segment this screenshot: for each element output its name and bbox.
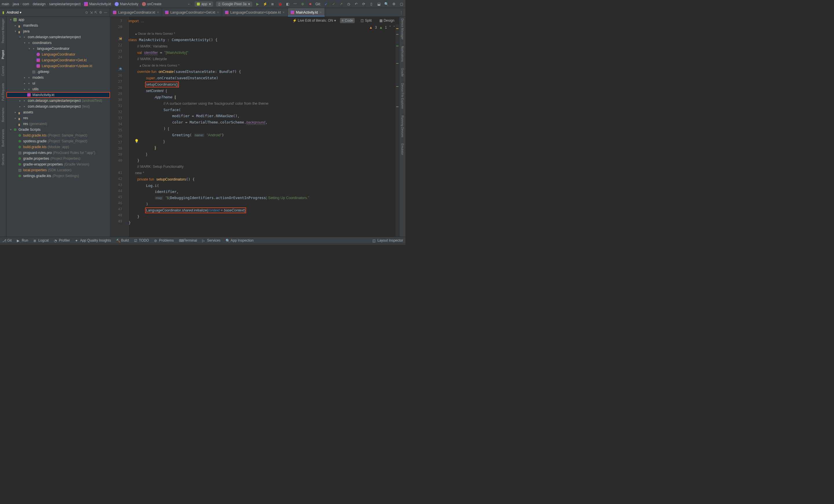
tree-node[interactable]: LanguageCoordinator — [6, 51, 110, 57]
close-tab-icon[interactable]: × — [320, 10, 322, 15]
tree-node[interactable]: ▸▖manifests — [6, 23, 110, 28]
project-mode-dropdown[interactable]: Android ▾ — [7, 10, 83, 15]
hide-icon[interactable]: — — [104, 10, 107, 15]
expand-arrow-icon[interactable]: ▸ — [13, 117, 17, 119]
git-push-icon[interactable]: ↗ — [339, 2, 344, 6]
tree-node[interactable]: ▾▪languageCoordinator — [6, 46, 110, 51]
apply-changes-icon[interactable]: ⚡ — [263, 2, 267, 6]
tree-node[interactable]: ⬢settings.gradle.kts(Project Settings) — [6, 173, 110, 179]
breadcrumb-item[interactable]: com — [23, 2, 29, 6]
tree-node[interactable]: ▸▪models — [6, 75, 110, 81]
profile-icon[interactable]: 〰 — [293, 2, 298, 6]
tree-node[interactable]: LanguageCoordinator+Update.kt — [6, 63, 110, 69]
tree-node[interactable]: ⬢gradle-wrapper.properties(Gradle Versio… — [6, 161, 110, 167]
run-icon[interactable]: ▶ — [255, 2, 260, 6]
bottom-tool-button[interactable]: ≣Logcat — [33, 238, 49, 243]
tool-window-stripe-button[interactable]: Device Manager — [401, 18, 404, 40]
breadcrumb-item[interactable]: MainActivity — [120, 2, 138, 6]
coverage-icon[interactable]: ◧ — [285, 2, 290, 6]
tree-node[interactable]: ▾▪com.delasign.samplestarterproject — [6, 34, 110, 40]
tool-window-stripe-button[interactable]: Running Devices — [401, 115, 404, 138]
tree-node[interactable]: ▸▖assets — [6, 109, 110, 115]
expand-arrow-icon[interactable]: ▸ — [18, 105, 22, 108]
bottom-tool-button[interactable]: ⎇Git — [2, 238, 12, 243]
back-icon[interactable]: ← — [187, 2, 192, 6]
tree-node[interactable]: ⬢spotless.gradle(Project: Sample_Project… — [6, 138, 110, 144]
expand-arrow-icon[interactable]: ▸ — [23, 88, 27, 91]
tool-window-stripe-button[interactable]: Device File Explorer — [401, 83, 404, 109]
line-number-gutter[interactable]: 3202122232425262728293031323334353637383… — [110, 17, 125, 237]
sdk-icon[interactable]: ⬓ — [376, 2, 381, 6]
expand-icon[interactable]: ⇲ — [90, 10, 93, 15]
editor-tab[interactable]: LanguageCoordinator+Update.kt× — [222, 8, 288, 17]
bottom-tool-button[interactable]: ⊘Problems — [154, 238, 174, 243]
tool-window-stripe-button[interactable]: Pull Requests — [1, 83, 5, 101]
tree-node[interactable]: ▸▖res — [6, 115, 110, 121]
collapse-icon[interactable]: ⇱ — [94, 10, 97, 15]
close-tab-icon[interactable]: × — [157, 10, 159, 15]
expand-arrow-icon[interactable]: ▸ — [18, 99, 22, 102]
tree-node[interactable]: ▾⬢Gradle Scripts — [6, 127, 110, 133]
tool-window-stripe-button[interactable]: Resource Manager — [1, 18, 5, 44]
next-highlight-icon[interactable]: ˅ — [393, 25, 395, 29]
attach-debugger-icon[interactable]: ⊕ — [300, 2, 305, 6]
expand-arrow-icon[interactable]: ▸ — [23, 82, 27, 85]
bottom-tool-button[interactable]: ◔Profiler — [54, 238, 70, 243]
tool-window-stripe-button[interactable]: Bookmarks — [1, 107, 5, 123]
run-configuration-dropdown[interactable]: app ▾ — [195, 1, 213, 7]
bottom-tool-button[interactable]: ⌨Terminal — [179, 238, 197, 243]
tab-overflow-icon[interactable]: ⋮ — [397, 8, 405, 17]
layout-inspector-button[interactable]: ◫Layout Inspector — [372, 238, 403, 243]
breadcrumb-item[interactable]: java — [13, 2, 19, 6]
git-commit-icon[interactable]: ✓ — [331, 2, 336, 6]
tool-window-stripe-button[interactable]: Emulator — [401, 143, 404, 156]
tree-node[interactable]: ▸▪ui — [6, 81, 110, 86]
tree-node[interactable]: ▾▖java — [6, 28, 110, 34]
tree-node[interactable]: ▸▪com.delasign.samplestarterproject(andr… — [6, 98, 110, 104]
split-view-button[interactable]: ◫ Split — [359, 18, 373, 23]
tree-node[interactable]: LanguageCoordinator+Get.kt — [6, 57, 110, 63]
bottom-tool-button[interactable]: ✦App Quality Insights — [75, 238, 111, 243]
expand-arrow-icon[interactable]: ▾ — [23, 41, 27, 44]
bottom-tool-button[interactable]: 🔨Build — [116, 238, 129, 243]
select-opened-icon[interactable]: ⊙ — [85, 10, 88, 15]
search-icon[interactable]: 🔍 — [384, 2, 389, 6]
live-edit-toggle[interactable]: ⚡ Live Edit of literals: ON ▾ — [292, 19, 336, 23]
apply-code-icon[interactable]: ≣ — [270, 2, 275, 6]
breadcrumb-item[interactable]: main — [2, 2, 9, 6]
stop-icon[interactable]: ■ — [308, 2, 312, 6]
prev-highlight-icon[interactable]: ˄ — [389, 25, 391, 29]
expand-arrow-icon[interactable]: ▾ — [9, 18, 13, 21]
close-tab-icon[interactable]: × — [283, 10, 285, 15]
tool-window-stripe-button[interactable]: Structure — [1, 153, 5, 166]
design-view-button[interactable]: ▦ Design — [378, 18, 396, 23]
tree-node[interactable]: ▸▪utils — [6, 86, 110, 92]
code-editor[interactable]: ⚡ Live Edit of literals: ON ▾ ≡ Code ◫ S… — [110, 17, 399, 237]
editor-tab[interactable]: MainActivity.kt× — [288, 8, 325, 17]
project-tree[interactable]: ▾app▸▖manifests▾▖java▾▪com.delasign.samp… — [6, 17, 110, 237]
breadcrumb-item[interactable]: MainActivity.kt — [89, 2, 111, 6]
code-content[interactable]: import ... ▴ Oscar de la Hera Gomez * cl… — [129, 17, 396, 237]
editor-tab[interactable]: LanguageCoordinator+Get.kt× — [162, 8, 222, 17]
settings-icon[interactable]: ⚙ — [99, 10, 102, 15]
tool-window-stripe-button[interactable]: Notifications — [401, 45, 404, 62]
tree-node[interactable]: ▸▪com.delasign.samplestarterproject(test… — [6, 104, 110, 109]
intention-bulb-icon[interactable]: 💡 — [134, 138, 139, 144]
tree-node[interactable]: ⬢gradle.properties(Project Properties) — [6, 156, 110, 161]
bottom-tool-button[interactable]: 🔍App Inspection — [225, 238, 254, 243]
device-selector-dropdown[interactable]: ▯ Google Pixel 3a ▾ — [216, 1, 253, 7]
avd-icon[interactable]: ▯ — [369, 2, 374, 6]
breadcrumb-item[interactable]: onCreate — [147, 2, 161, 6]
error-stripe[interactable] — [396, 17, 399, 237]
tool-window-stripe-button[interactable]: Project — [1, 49, 5, 60]
close-tab-icon[interactable]: × — [217, 10, 219, 15]
rollback-icon[interactable]: ↶ — [354, 2, 358, 6]
code-view-button[interactable]: ≡ Code — [340, 18, 355, 23]
settings-icon[interactable]: ⚙ — [392, 2, 396, 6]
bottom-tool-button[interactable]: ▶Run — [17, 238, 28, 243]
bottom-tool-button[interactable]: ▷Services — [202, 238, 220, 243]
tool-window-stripe-button[interactable]: Gradle — [401, 67, 404, 77]
tool-window-stripe-button[interactable]: Build Variants — [1, 129, 5, 147]
sync-icon[interactable]: ⟳ — [361, 2, 366, 6]
tree-node[interactable]: ▤local.properties(SDK Location) — [6, 167, 110, 173]
